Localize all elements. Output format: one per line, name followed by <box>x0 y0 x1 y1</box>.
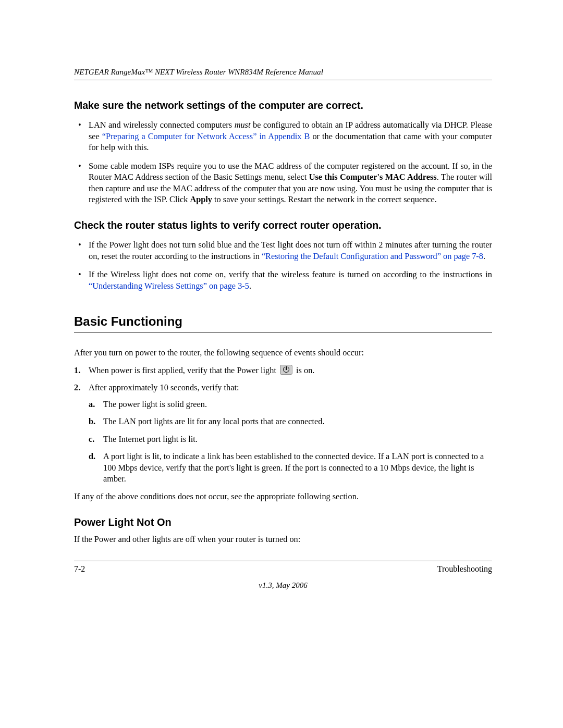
text: When power is first applied, verify that… <box>89 365 278 375</box>
text: After approximately 10 seconds, verify t… <box>89 382 239 392</box>
text: is on. <box>294 365 314 375</box>
power-icon <box>280 365 292 375</box>
bold-text: Use this Computer's MAC Address <box>309 172 437 182</box>
text: . <box>147 142 149 152</box>
text: If the Wireless light does not come on, … <box>89 269 492 279</box>
footer: 7-2 Troubleshooting <box>74 561 492 574</box>
bullet-item: Some cable modem ISPs require you to use… <box>74 161 492 205</box>
page-number: 7-2 <box>74 564 85 574</box>
list-item: A port light is lit, to indicate a link … <box>89 451 492 485</box>
heading-power-light-not-on: Power Light Not On <box>74 516 492 528</box>
chapter-name: Troubleshooting <box>437 564 492 574</box>
list-item: The LAN port lights are lit for any loca… <box>89 416 492 427</box>
running-header: NETGEAR RangeMax™ NEXT Wireless Router W… <box>74 67 492 80</box>
numbered-list: When power is first applied, verify that… <box>74 365 492 485</box>
list-item: When power is first applied, verify that… <box>74 365 492 376</box>
bullet-item: If the Wireless light does not come on, … <box>74 269 492 291</box>
bold-text: Apply <box>190 194 212 204</box>
after-paragraph: If any of the above conditions does not … <box>74 491 492 502</box>
link-restoring-default[interactable]: “Restoring the Default Configuration and… <box>262 251 483 261</box>
alpha-list: The power light is solid green. The LAN … <box>89 399 492 485</box>
text: . <box>483 251 485 261</box>
list-item: The Internet port light is lit. <box>89 434 492 445</box>
link-appendix-b[interactable]: “Preparing a Computer for Network Access… <box>102 131 310 141</box>
list-item: After approximately 10 seconds, verify t… <box>74 382 492 485</box>
power-light-paragraph: If the Power and other lights are off wh… <box>74 534 492 545</box>
bullet-item: LAN and wirelessly connected computers m… <box>74 119 492 153</box>
page: NETGEAR RangeMax™ NEXT Wireless Router W… <box>0 0 563 728</box>
text: LAN and wirelessly connected computers <box>89 120 235 130</box>
text: to save your settings. Restart the netwo… <box>212 194 437 204</box>
version-date: v1.3, May 2006 <box>74 581 492 590</box>
heading-basic-functioning: Basic Functioning <box>74 314 492 332</box>
link-wireless-settings[interactable]: “Understanding Wireless Settings” on pag… <box>89 281 249 291</box>
bullet-list-1: LAN and wirelessly connected computers m… <box>74 119 492 205</box>
italic-text: must <box>235 120 251 130</box>
heading-network-settings: Make sure the network settings of the co… <box>74 99 492 112</box>
list-item: The power light is solid green. <box>89 399 492 410</box>
text: . <box>249 281 251 291</box>
bullet-list-2: If the Power light does not turn solid b… <box>74 239 492 291</box>
heading-status-lights: Check the router status lights to verify… <box>74 219 492 232</box>
intro-paragraph: After you turn on power to the router, t… <box>74 347 492 359</box>
bullet-item: If the Power light does not turn solid b… <box>74 239 492 262</box>
